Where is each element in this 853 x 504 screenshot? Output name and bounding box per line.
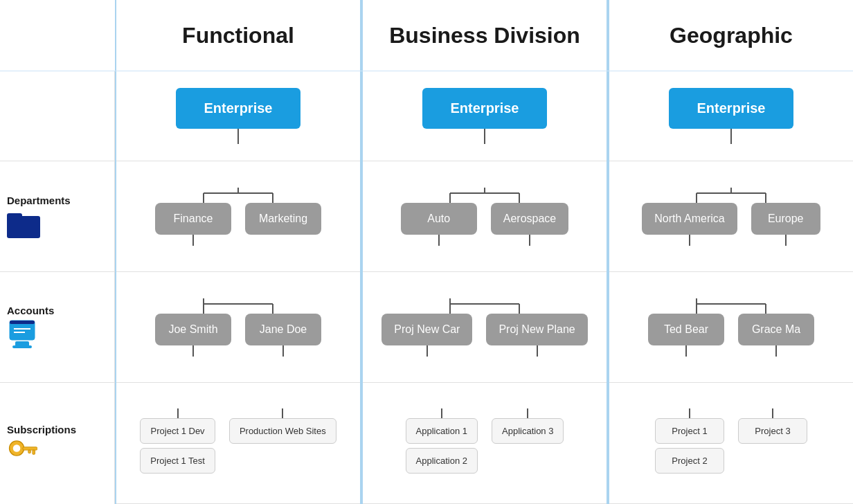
labels-column: Departments Accounts [0, 71, 115, 504]
geographic-title: Geographic [670, 23, 793, 48]
business-projnewplane-node[interactable]: Proj New Plane [486, 314, 587, 345]
geographic-accounts-row: Ted Bear Grace Ma [609, 272, 853, 383]
diagram-area: Enterprise [115, 71, 853, 504]
connector-acct-func [176, 298, 300, 314]
svg-rect-7 [12, 345, 32, 348]
business-sub3-node[interactable]: Application 3 [492, 418, 564, 444]
account-icon [7, 319, 37, 350]
svg-point-9 [13, 444, 21, 452]
geographic-northamerica-node[interactable]: North America [642, 203, 737, 235]
departments-label: Departments [7, 195, 71, 206]
business-departments-row: Auto Aerospace [363, 161, 607, 272]
business-accounts-row: Proj New Car Proj New Plane [363, 272, 607, 383]
business-projnewcar-node[interactable]: Proj New Car [381, 314, 472, 345]
connector-ent-dept-func [237, 129, 239, 144]
geographic-sub3-node[interactable]: Project 3 [738, 418, 807, 444]
folder-icon [7, 209, 40, 238]
subscriptions-label-row: Subscriptions [0, 383, 114, 504]
functional-sub1-node[interactable]: Project 1 Dev [140, 418, 215, 444]
functional-subscriptions-row: Project 1 Dev Project 1 Test Production … [116, 383, 360, 504]
geographic-sub1-node[interactable]: Project 1 [655, 418, 724, 444]
business-enterprise-row: Enterprise [363, 71, 607, 161]
header-geographic: Geographic [608, 0, 853, 71]
functional-janedoe-node[interactable]: Jane Doe [245, 314, 321, 345]
svg-rect-11 [33, 450, 35, 454]
svg-rect-10 [23, 447, 37, 450]
functional-sub2-node[interactable]: Project 1 Test [140, 448, 215, 474]
header-row: Functional Business Division Geographic [0, 0, 853, 71]
business-subscriptions-row: Application 1 Application 2 Application … [363, 383, 607, 504]
header-functional: Functional [115, 0, 361, 71]
functional-finance-node[interactable]: Finance [155, 203, 231, 235]
subscriptions-label: Subscriptions [7, 424, 76, 435]
geographic-gracema-node[interactable]: Grace Ma [738, 314, 814, 345]
geographic-departments-row: North America Europe [609, 161, 853, 272]
geographic-europe-node[interactable]: Europe [751, 203, 820, 235]
body-area: Departments Accounts [0, 71, 853, 504]
svg-rect-1 [7, 213, 22, 220]
connector-dept-func [176, 188, 300, 203]
geographic-enterprise-node[interactable]: Enterprise [669, 88, 793, 129]
functional-column: Enterprise [115, 71, 361, 504]
business-sub1-node[interactable]: Application 1 [406, 418, 478, 444]
accounts-label: Accounts [7, 305, 54, 316]
geographic-subscriptions-row: Project 1 Project 2 Project 3 [609, 383, 853, 504]
business-enterprise-node[interactable]: Enterprise [422, 88, 547, 129]
business-auto-node[interactable]: Auto [401, 203, 477, 235]
functional-enterprise-row: Enterprise [116, 71, 360, 161]
accounts-label-row: Accounts [0, 272, 114, 383]
business-column: Enterprise [361, 71, 608, 504]
business-sub2-node[interactable]: Application 2 [406, 448, 478, 474]
functional-joesmith-node[interactable]: Joe Smith [155, 314, 231, 345]
departments-label-row: Departments [0, 161, 114, 272]
functional-marketing-node[interactable]: Marketing [245, 203, 321, 235]
geographic-column: Enterprise [608, 71, 853, 504]
key-icon [7, 438, 37, 463]
svg-rect-12 [28, 450, 31, 453]
geographic-tedbear-node[interactable]: Ted Bear [648, 314, 724, 345]
functional-sub3-node[interactable]: Production Web Sites [229, 418, 336, 444]
enterprise-label-row [0, 71, 114, 161]
header-spacer [0, 0, 115, 71]
functional-enterprise-node[interactable]: Enterprise [176, 88, 300, 129]
geographic-enterprise-row: Enterprise [609, 71, 853, 161]
business-aerospace-node[interactable]: Aerospace [491, 203, 569, 235]
business-title: Business Division [389, 23, 580, 48]
svg-rect-3 [10, 321, 35, 324]
functional-departments-row: Finance Marketing [116, 161, 360, 272]
functional-title: Functional [182, 23, 294, 48]
header-business: Business Division [361, 0, 608, 71]
geographic-sub2-node[interactable]: Project 2 [655, 448, 724, 474]
functional-accounts-row: Joe Smith Jane Doe [116, 272, 360, 383]
